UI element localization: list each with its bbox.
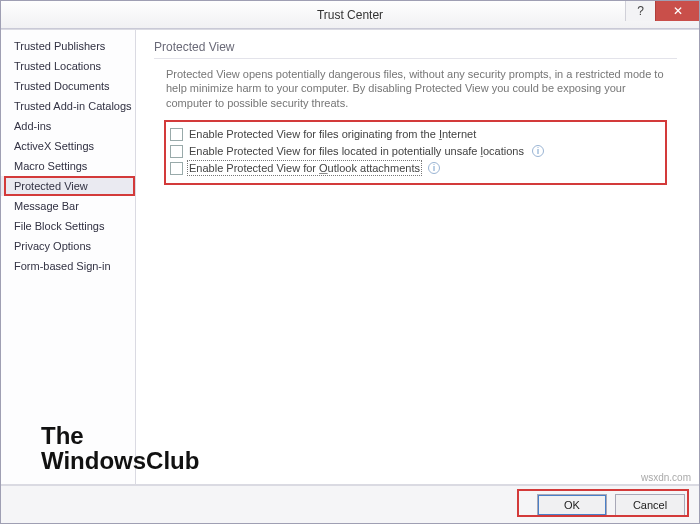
dialog-footer: OK Cancel (1, 485, 699, 523)
checkbox-internet[interactable] (170, 128, 183, 141)
sidebar-item-activex-settings[interactable]: ActiveX Settings (1, 136, 135, 156)
help-button[interactable]: ? (625, 1, 655, 21)
close-icon: ✕ (673, 4, 683, 18)
info-icon[interactable]: i (428, 162, 440, 174)
checkbox-row-internet[interactable]: Enable Protected View for files originat… (170, 126, 661, 143)
sidebar-item-message-bar[interactable]: Message Bar (1, 196, 135, 216)
watermark-logo: The WindowsClub (41, 423, 199, 473)
sidebar-item-form-based-signin[interactable]: Form-based Sign-in (1, 256, 135, 276)
checkbox-outlook-attachments[interactable] (170, 162, 183, 175)
sidebar-item-trusted-addin-catalogs[interactable]: Trusted Add-in Catalogs (1, 96, 135, 116)
info-icon[interactable]: i (532, 145, 544, 157)
content-pane: Protected View Protected View opens pote… (136, 30, 699, 484)
section-description: Protected View opens potentially dangero… (166, 67, 665, 110)
checkbox-label: Enable Protected View for files originat… (189, 128, 476, 140)
window-buttons: ? ✕ (625, 1, 699, 28)
trust-center-window: Trust Center ? ✕ Trusted Publishers Trus… (0, 0, 700, 524)
sidebar-item-protected-view[interactable]: Protected View (1, 176, 135, 196)
dialog-body: Trusted Publishers Trusted Locations Tru… (1, 29, 699, 485)
titlebar: Trust Center ? ✕ (1, 1, 699, 29)
checkbox-label: Enable Protected View for files located … (189, 145, 524, 157)
sidebar-item-trusted-locations[interactable]: Trusted Locations (1, 56, 135, 76)
ok-button[interactable]: OK (537, 494, 607, 516)
sidebar: Trusted Publishers Trusted Locations Tru… (1, 30, 136, 484)
source-watermark: wsxdn.com (641, 472, 691, 483)
checkbox-group: Enable Protected View for files originat… (164, 120, 667, 185)
sidebar-item-macro-settings[interactable]: Macro Settings (1, 156, 135, 176)
sidebar-item-file-block-settings[interactable]: File Block Settings (1, 216, 135, 236)
help-icon: ? (637, 4, 644, 18)
sidebar-item-addins[interactable]: Add-ins (1, 116, 135, 136)
sidebar-item-privacy-options[interactable]: Privacy Options (1, 236, 135, 256)
sidebar-item-trusted-documents[interactable]: Trusted Documents (1, 76, 135, 96)
section-title: Protected View (154, 40, 677, 59)
sidebar-item-trusted-publishers[interactable]: Trusted Publishers (1, 36, 135, 56)
checkbox-row-unsafe-locations[interactable]: Enable Protected View for files located … (170, 143, 661, 160)
window-title: Trust Center (1, 8, 699, 22)
checkbox-label: Enable Protected View for Outlook attach… (189, 162, 420, 174)
checkbox-row-outlook-attachments[interactable]: Enable Protected View for Outlook attach… (170, 160, 661, 177)
checkbox-unsafe-locations[interactable] (170, 145, 183, 158)
cancel-button[interactable]: Cancel (615, 494, 685, 516)
close-button[interactable]: ✕ (655, 1, 699, 21)
